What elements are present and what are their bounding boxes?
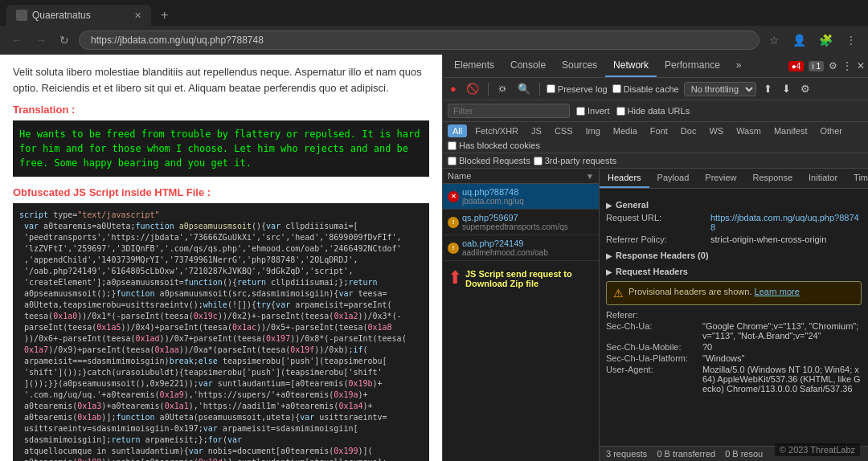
tab-sources[interactable]: Sources — [554, 55, 605, 77]
sec-ch-ua-mobile-value: ?0 — [702, 342, 712, 352]
list-item[interactable]: ! oab.php?24149 aadilmehmood.com/oab — [443, 235, 599, 261]
network-toolbar: ● 🚫 ⛭ 🔍 Preserve log Disable cache No th… — [443, 78, 868, 100]
new-tab-button[interactable]: + — [154, 5, 174, 26]
extensions-button[interactable]: 🧩 — [816, 32, 836, 48]
page-content: Velit soluta libero molestiae blanditiis… — [0, 55, 442, 461]
type-font-button[interactable]: Font — [645, 124, 673, 137]
hide-data-urls-checkbox[interactable]: Hide data URLs — [616, 106, 690, 116]
tab-close-button[interactable]: ✕ — [134, 10, 141, 21]
tab-performance[interactable]: Performance — [657, 55, 728, 77]
type-fetch-xhr-button[interactable]: Fetch/XHR — [470, 124, 523, 137]
blocked-requests-input[interactable] — [448, 157, 457, 165]
request-domain: jbdata.com.ng/uq — [462, 197, 594, 206]
detail-tab-preview[interactable]: Preview — [697, 169, 744, 188]
profile-button[interactable]: 👤 — [789, 32, 809, 48]
type-css-button[interactable]: CSS — [550, 124, 578, 137]
general-section-header[interactable]: ▶ General — [606, 200, 862, 210]
detail-tab-timing[interactable]: Timing — [845, 169, 868, 188]
filter-bar: Invert Hide data URLs — [443, 100, 868, 122]
list-item[interactable]: ! qs.php?59697 superspeedtransports.com/… — [443, 210, 599, 235]
search-button[interactable]: 🔍 — [515, 81, 533, 96]
disable-cache-checkbox[interactable]: Disable cache — [612, 84, 679, 94]
tab-bar: Quaeratnatus ✕ + — [0, 0, 868, 26]
response-headers-section-header[interactable]: ▶ Response Headers (0) — [606, 251, 862, 260]
request-url-value: https://jbdata.com.ng/uq/uq.php?88748 — [710, 213, 862, 232]
request-status-icon: ! — [448, 217, 459, 228]
back-button[interactable]: ← — [8, 32, 26, 48]
invert-input[interactable] — [576, 107, 585, 116]
list-item[interactable]: ✕ uq.php?88748 jbdata.com.ng/uq — [443, 184, 599, 210]
tab-elements[interactable]: Elements — [446, 55, 502, 77]
user-agent-value: Mozilla/5.0 (Windows NT 10.0; Win64; x64… — [702, 365, 862, 394]
settings2-button[interactable]: ⚙ — [798, 81, 813, 96]
sec-ch-ua-label: Sec-Ch-Ua: — [606, 321, 702, 341]
type-media-button[interactable]: Media — [608, 124, 642, 137]
throttling-select[interactable]: No throttling Fast 3G Slow 3G — [684, 82, 756, 96]
export-button[interactable]: ⬇ — [780, 81, 793, 96]
filter-toggle-button[interactable]: ⛭ — [495, 81, 510, 96]
detail-tab-initiator[interactable]: Initiator — [800, 169, 845, 188]
preserve-log-checkbox[interactable]: Preserve log — [547, 84, 608, 94]
provisional-warning: ⚠ Provisional headers are shown. Learn m… — [606, 281, 862, 305]
request-domain: aadilmehmood.com/oab — [462, 248, 594, 257]
has-blocked-cookies-input[interactable] — [448, 141, 457, 150]
sec-ch-ua-platform-value: "Windows" — [702, 353, 744, 363]
disable-cache-input[interactable] — [612, 84, 621, 93]
requests-count: 3 requests — [606, 449, 647, 459]
type-manifest-button[interactable]: Manifest — [769, 124, 813, 137]
type-img-button[interactable]: Img — [581, 124, 605, 137]
reload-button[interactable]: ↻ — [56, 32, 72, 48]
detail-tab-response[interactable]: Response — [744, 169, 800, 188]
hide-data-urls-input[interactable] — [616, 107, 625, 116]
filter-input[interactable] — [448, 104, 570, 118]
record-button[interactable]: ● — [448, 81, 459, 96]
blocked-requests-bar: Blocked Requests 3rd-party requests — [443, 153, 868, 169]
type-other-button[interactable]: Other — [815, 124, 847, 137]
sec-ch-ua-mobile-label: Sec-Ch-Ua-Mobile: — [606, 342, 702, 352]
invert-checkbox[interactable]: Invert — [576, 106, 610, 116]
browser-tab-active[interactable]: Quaeratnatus ✕ — [6, 5, 151, 26]
main-content: Velit soluta libero molestiae blanditiis… — [0, 55, 868, 461]
requests-area: Name ▼ ✕ uq.php?88748 jbdata.com.ng/uq !… — [443, 169, 868, 461]
request-domain: superspeedtransports.com/qs — [462, 222, 594, 231]
blocked-requests-checkbox[interactable]: Blocked Requests — [448, 156, 530, 165]
preserve-log-input[interactable] — [547, 84, 555, 93]
third-party-checkbox[interactable]: 3rd-party requests — [534, 156, 616, 165]
js-annotation: ⬆ JS Script send request to Download Zip… — [443, 261, 599, 296]
tab-console[interactable]: Console — [502, 55, 554, 77]
detail-tab-payload[interactable]: Payload — [649, 169, 698, 188]
tab-network[interactable]: Network — [605, 55, 657, 77]
learn-more-link[interactable]: Learn more — [755, 287, 800, 296]
name-column-header: Name — [448, 171, 586, 181]
more-options-icon[interactable]: ⋮ — [842, 60, 852, 71]
detail-content: ▶ General Request URL: https://jbdata.co… — [600, 189, 868, 446]
detail-tab-headers[interactable]: Headers — [600, 169, 649, 188]
menu-button[interactable]: ⋮ — [842, 32, 860, 48]
address-bar[interactable]: https://jbdata.com.ng/uq/uq.php?788748 — [79, 31, 760, 50]
bookmark-button[interactable]: ☆ — [766, 32, 783, 48]
clear-button[interactable]: 🚫 — [464, 81, 481, 96]
close-devtools-icon[interactable]: ✕ — [857, 60, 865, 71]
referrer-policy-row: Referrer Policy: strict-origin-when-cros… — [606, 235, 862, 244]
disable-cache-label: Disable cache — [624, 84, 679, 94]
toolbar-separator-1 — [488, 83, 489, 96]
request-headers-section-header[interactable]: ▶ Request Headers — [606, 267, 862, 276]
settings-icon[interactable]: ⚙ — [829, 60, 837, 71]
hide-data-urls-label: Hide data URLs — [628, 106, 690, 116]
type-doc-button[interactable]: Doc — [676, 124, 702, 137]
third-party-input[interactable] — [534, 157, 542, 165]
type-ws-button[interactable]: WS — [704, 124, 728, 137]
type-all-button[interactable]: All — [448, 124, 467, 137]
third-party-label: 3rd-party requests — [545, 156, 616, 165]
request-name: uq.php?88748 — [462, 187, 594, 197]
blocked-requests-label: Blocked Requests — [459, 156, 530, 165]
type-wasm-button[interactable]: Wasm — [731, 124, 766, 137]
devtools-icons: ●4 i 1 ⚙ ⋮ ✕ — [788, 60, 865, 71]
has-blocked-cookies-checkbox[interactable]: Has blocked cookies — [448, 141, 540, 150]
import-button[interactable]: ⬆ — [761, 81, 775, 96]
type-js-button[interactable]: JS — [526, 124, 547, 137]
forward-button[interactable]: → — [32, 32, 50, 48]
preserve-log-label: Preserve log — [558, 84, 608, 94]
tab-more[interactable]: » — [728, 55, 750, 77]
request-info: oab.php?24149 aadilmehmood.com/oab — [462, 239, 594, 257]
